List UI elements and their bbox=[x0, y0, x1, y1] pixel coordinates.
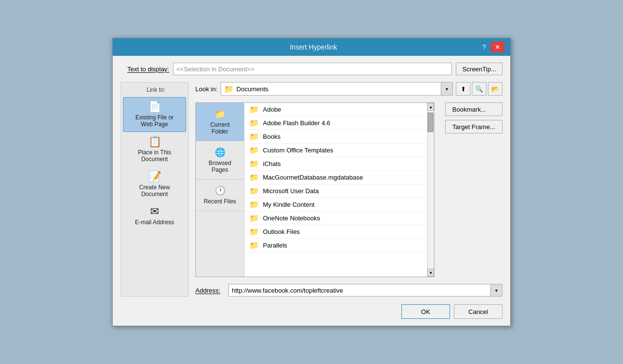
file-list-container[interactable]: 📁Adobe📁Adobe Flash Builder 4.6📁Books📁Cus… bbox=[244, 103, 427, 277]
address-label: Address: bbox=[195, 287, 225, 294]
list-item[interactable]: 📁MacGourmetDatabase.mgdatabase bbox=[244, 171, 427, 184]
place-in-doc-label: Place in ThisDocument bbox=[138, 149, 171, 163]
existing-file-label: Existing File orWeb Page bbox=[136, 114, 174, 128]
title-bar-controls: ? ✕ bbox=[479, 42, 504, 52]
link-to-existing[interactable]: 📄 Existing File orWeb Page bbox=[123, 97, 186, 132]
list-item[interactable]: 📁Parallels bbox=[244, 239, 427, 252]
lookin-toolbar: ⬆ 🔍 📂 bbox=[456, 82, 502, 96]
folder-icon: 📁 bbox=[249, 118, 259, 128]
toolbar-up-btn[interactable]: ⬆ bbox=[456, 82, 470, 96]
place-in-doc-icon: 📋 bbox=[148, 136, 161, 147]
email-address-icon: ✉ bbox=[150, 206, 159, 217]
folder-icon: 📁 bbox=[249, 186, 259, 196]
recent-files-label: Recent Files bbox=[204, 198, 236, 205]
lookin-label: Look in: bbox=[195, 85, 218, 93]
toolbar-search-btn[interactable]: 🔍 bbox=[472, 82, 486, 96]
list-item[interactable]: 📁OneNote Notebooks bbox=[244, 212, 427, 225]
file-name: Custom Office Templates bbox=[263, 147, 333, 154]
text-display-label: Text to display: bbox=[121, 66, 169, 73]
left-panel: Link to: 📄 Existing File orWeb Page 📋 Pl… bbox=[121, 82, 189, 297]
list-item[interactable]: 📁My Kindle Content bbox=[244, 198, 427, 212]
bookmark-button[interactable]: Bookmark... bbox=[445, 102, 502, 116]
section-current-folder[interactable]: 📁 CurrentFolder bbox=[196, 103, 244, 141]
title-bar: Insert Hyperlink ? ✕ bbox=[113, 38, 510, 56]
file-list: 📁Adobe📁Adobe Flash Builder 4.6📁Books📁Cus… bbox=[244, 103, 427, 252]
dialog-title: Insert Hyperlink bbox=[148, 43, 479, 51]
file-name: Adobe bbox=[263, 106, 281, 113]
current-folder-label: CurrentFolder bbox=[210, 121, 229, 135]
folder-icon: 📁 bbox=[249, 214, 259, 223]
scrollbar-up-btn[interactable]: ▲ bbox=[427, 103, 434, 111]
recent-files-icon: 🕐 bbox=[215, 185, 225, 196]
file-name: MacGourmetDatabase.mgdatabase bbox=[263, 174, 363, 181]
link-to-new[interactable]: 📝 Create NewDocument bbox=[123, 167, 186, 202]
list-item[interactable]: 📁Outlook Files bbox=[244, 225, 427, 239]
address-dropdown-btn[interactable]: ▾ bbox=[490, 284, 502, 296]
list-item[interactable]: 📁Books bbox=[244, 130, 427, 144]
address-input-wrap: ▾ bbox=[228, 284, 502, 297]
file-name: iChats bbox=[263, 160, 281, 167]
list-item[interactable]: 📁iChats bbox=[244, 157, 427, 171]
email-address-label: E-mail Address bbox=[135, 219, 174, 226]
lookin-combo[interactable]: 📁 Documents ▾ bbox=[221, 82, 453, 96]
text-display-input[interactable] bbox=[173, 63, 452, 75]
section-browsed-pages[interactable]: 🌐 BrowsedPages bbox=[196, 141, 244, 180]
folder-icon: 📁 bbox=[249, 132, 259, 141]
folder-icon: 📁 bbox=[249, 173, 259, 182]
help-button[interactable]: ? bbox=[479, 42, 489, 52]
create-new-icon: 📝 bbox=[148, 171, 161, 182]
folder-icon: 📁 bbox=[249, 200, 259, 209]
section-recent-files[interactable]: 🕐 Recent Files bbox=[196, 180, 244, 211]
ok-button[interactable]: OK bbox=[401, 304, 450, 319]
create-new-label: Create NewDocument bbox=[139, 184, 170, 198]
file-name: OneNote Notebooks bbox=[263, 215, 320, 222]
main-area: Link to: 📄 Existing File orWeb Page 📋 Pl… bbox=[121, 82, 502, 297]
toolbar-folder-btn[interactable]: 📂 bbox=[488, 82, 502, 96]
browsed-pages-label: BrowsedPages bbox=[208, 160, 231, 173]
lookin-value: Documents bbox=[237, 85, 441, 93]
folder-icon: 📁 bbox=[249, 159, 259, 168]
browsed-pages-icon: 🌐 bbox=[215, 147, 225, 158]
file-name: Outlook Files bbox=[263, 228, 300, 235]
current-folder-icon: 📁 bbox=[215, 109, 225, 119]
file-name: Adobe Flash Builder 4.6 bbox=[263, 119, 330, 127]
close-button[interactable]: ✕ bbox=[491, 42, 504, 52]
insert-hyperlink-dialog: Insert Hyperlink ? ✕ Text to display: Sc… bbox=[112, 38, 511, 326]
dialog-body: Text to display: ScreenTip... Link to: 📄… bbox=[113, 56, 510, 326]
right-action-buttons: Bookmark... Target Frame... bbox=[445, 102, 502, 277]
bottom-buttons: OK Cancel bbox=[121, 304, 502, 319]
address-input[interactable] bbox=[229, 284, 490, 296]
cancel-button[interactable]: Cancel bbox=[454, 304, 502, 319]
list-item[interactable]: 📁Custom Office Templates bbox=[244, 144, 427, 157]
address-row: Address: ▾ bbox=[195, 284, 502, 297]
browser-sections: 📁 CurrentFolder 🌐 BrowsedPages 🕐 Recent … bbox=[196, 103, 244, 277]
scrollbar-thumb[interactable] bbox=[428, 113, 433, 132]
file-name: My Kindle Content bbox=[263, 201, 314, 208]
lookin-dropdown-arrow[interactable]: ▾ bbox=[441, 83, 452, 95]
right-content: Look in: 📁 Documents ▾ ⬆ 🔍 📂 bbox=[189, 82, 502, 297]
text-display-row: Text to display: ScreenTip... bbox=[121, 63, 502, 75]
link-to-place[interactable]: 📋 Place in ThisDocument bbox=[123, 132, 186, 167]
lookin-row: Look in: 📁 Documents ▾ ⬆ 🔍 📂 bbox=[195, 82, 502, 96]
existing-file-icon: 📄 bbox=[148, 101, 161, 112]
scrollbar-down-btn[interactable]: ▼ bbox=[427, 269, 434, 277]
list-item[interactable]: 📁Microsoft User Data bbox=[244, 184, 427, 198]
folder-icon: 📁 bbox=[249, 146, 259, 155]
list-item[interactable]: 📁Adobe bbox=[244, 103, 427, 116]
list-item[interactable]: 📁Adobe Flash Builder 4.6 bbox=[244, 116, 427, 130]
browser-and-buttons: 📁 CurrentFolder 🌐 BrowsedPages 🕐 Recent … bbox=[195, 102, 502, 277]
file-name: Microsoft User Data bbox=[263, 187, 319, 195]
screentip-button[interactable]: ScreenTip... bbox=[456, 63, 502, 75]
folder-icon: 📁 bbox=[249, 105, 259, 114]
lookin-folder-icon: 📁 bbox=[221, 84, 237, 94]
file-browser: 📁 CurrentFolder 🌐 BrowsedPages 🕐 Recent … bbox=[195, 102, 434, 277]
link-to-email[interactable]: ✉ E-mail Address bbox=[123, 202, 186, 230]
target-frame-button[interactable]: Target Frame... bbox=[445, 120, 502, 133]
file-name: Parallels bbox=[263, 242, 287, 249]
folder-icon: 📁 bbox=[249, 227, 259, 236]
folder-icon: 📁 bbox=[249, 241, 259, 250]
file-name: Books bbox=[263, 133, 280, 140]
scrollbar: ▲ ▼ bbox=[427, 103, 434, 277]
link-to-label: Link to: bbox=[123, 86, 186, 93]
